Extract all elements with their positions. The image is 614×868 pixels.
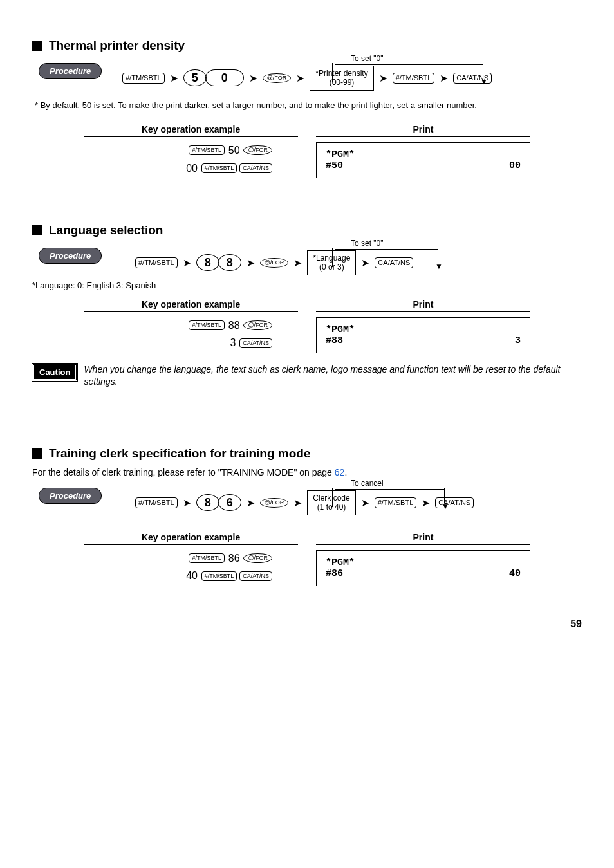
- arrow-icon: ➤: [296, 72, 304, 84]
- arrow-down-icon: ▼: [435, 262, 443, 271]
- bypass-v2: [483, 63, 483, 78]
- bypass-v1: [332, 248, 333, 267]
- key-op-header: Key operation example: [84, 532, 298, 545]
- language-values-note: *Language: 0: English 3: Spanish: [32, 281, 582, 290]
- key-digit-5: 5: [183, 69, 207, 86]
- key-tmsbtl: #/TM/SBTL: [122, 73, 165, 84]
- caution-text: When you change the language, the text s…: [84, 364, 582, 389]
- title-text: Language selection: [49, 223, 163, 237]
- bypass-label: To set "0": [351, 54, 384, 63]
- arrow-icon: ➤: [361, 497, 369, 509]
- key-digit-8b: 8: [218, 254, 241, 271]
- key-digit-0: 0: [205, 69, 244, 86]
- param-box: Clerk code(1 to 40): [307, 490, 355, 515]
- bypass-line: [335, 489, 444, 490]
- page-number: 59: [32, 618, 582, 630]
- procedure-badge: Procedure: [39, 488, 102, 504]
- key-op-lines: #/TM/SBTL 86 @/FOR 40 #/TM/SBTL CA/AT/NS: [84, 550, 298, 584]
- arrow-icon: ➤: [293, 497, 302, 509]
- title-text: Training clerk specification for trainin…: [49, 447, 310, 461]
- key-op-lines: #/TM/SBTL 50 @/FOR 00 #/TM/SBTL CA/AT/NS: [84, 142, 298, 176]
- key-atfor: @/FOR: [263, 73, 292, 83]
- section-title-training: Training clerk specification for trainin…: [32, 447, 582, 461]
- arrow-icon: ➤: [247, 257, 255, 269]
- flow-row-3: #/TM/SBTL ➤ 8 6 ➤ @/FOR ➤ Clerk code(1 t…: [135, 490, 582, 515]
- arrow-icon: ➤: [361, 257, 369, 269]
- section-title-language: Language selection: [32, 223, 582, 237]
- key-atfor: @/FOR: [260, 498, 289, 508]
- key-op-header: Key operation example: [84, 124, 298, 137]
- arrow-down-icon: ▼: [442, 502, 449, 511]
- caution-block: Caution When you change the language, th…: [32, 364, 582, 389]
- procedure-block-1: Procedure To set "0" ▼ #/TM/SBTL ➤ 5 0 ➤…: [32, 66, 582, 91]
- bypass-label: To cancel: [351, 479, 384, 488]
- page-link[interactable]: 62: [335, 467, 345, 477]
- arrow-icon: ➤: [293, 257, 302, 269]
- bullet-icon: [32, 448, 42, 459]
- arrow-icon: ➤: [183, 497, 191, 509]
- key-tmsbtl: #/TM/SBTL: [135, 257, 178, 268]
- key-digit-8: 8: [196, 254, 219, 271]
- key-tmsbtl: #/TM/SBTL: [375, 497, 417, 508]
- flow-row-2: #/TM/SBTL ➤ 8 8 ➤ @/FOR ➤ *Language(0 or…: [135, 250, 582, 275]
- print-header: Print: [316, 299, 530, 312]
- flow-row-1: #/TM/SBTL ➤ 5 0 ➤ @/FOR ➤ *Printer densi…: [122, 66, 582, 91]
- key-caatns: CA/AT/NS: [375, 257, 413, 268]
- example-row-2: Key operation example #/TM/SBTL 88 @/FOR…: [84, 299, 530, 353]
- bypass-label: To set "0": [351, 239, 384, 248]
- bypass-v1: [332, 488, 333, 507]
- title-text: Thermal printer density: [49, 39, 185, 53]
- arrow-icon: ➤: [249, 72, 257, 84]
- procedure-block-2: Procedure To set "0" ▼ #/TM/SBTL ➤ 8 8 ➤…: [32, 250, 582, 275]
- key-atfor: @/FOR: [260, 258, 289, 268]
- key-tmsbtl: #/TM/SBTL: [135, 497, 178, 508]
- arrow-icon: ➤: [379, 72, 387, 84]
- caution-badge: Caution: [32, 364, 77, 381]
- section-title-thermal: Thermal printer density: [32, 39, 582, 53]
- procedure-block-3: Procedure To cancel ▼ #/TM/SBTL ➤ 8 6 ➤ …: [32, 490, 582, 515]
- key-digit-6: 6: [218, 494, 241, 511]
- print-output: *PGM* #86 40: [316, 550, 530, 586]
- bullet-icon: [32, 225, 42, 235]
- key-digit-8: 8: [196, 494, 219, 511]
- arrow-icon: ➤: [247, 497, 255, 509]
- bullet-icon: [32, 41, 42, 51]
- arrow-icon: ➤: [422, 497, 430, 509]
- arrow-down-icon: ▼: [480, 77, 488, 86]
- arrow-icon: ➤: [183, 257, 191, 269]
- note-text: * By default, 50 is set. To make the pri…: [35, 100, 582, 111]
- arrow-icon: ➤: [170, 72, 178, 84]
- procedure-badge: Procedure: [39, 248, 102, 264]
- key-op-header: Key operation example: [84, 299, 298, 312]
- sub-note: For the details of clerk training, pleas…: [32, 467, 582, 477]
- example-row-3: Key operation example #/TM/SBTL 86 @/FOR…: [84, 532, 530, 586]
- print-output: *PGM* #88 3: [316, 317, 530, 353]
- procedure-badge: Procedure: [39, 63, 102, 79]
- print-header: Print: [316, 532, 530, 545]
- bypass-v2: [444, 488, 445, 503]
- bypass-v2: [438, 248, 438, 263]
- bypass-line: [335, 249, 438, 250]
- arrow-icon: ➤: [440, 72, 448, 84]
- bypass-v1: [332, 63, 333, 82]
- param-box: *Printer density(00-99): [310, 66, 373, 91]
- example-row-1: Key operation example #/TM/SBTL 50 @/FOR…: [84, 124, 530, 178]
- key-tmsbtl: #/TM/SBTL: [393, 73, 435, 84]
- print-output: *PGM* #50 00: [316, 142, 530, 178]
- key-op-lines: #/TM/SBTL 88 @/FOR 3 CA/AT/NS: [84, 317, 298, 351]
- print-header: Print: [316, 124, 530, 137]
- bypass-line: [335, 64, 483, 65]
